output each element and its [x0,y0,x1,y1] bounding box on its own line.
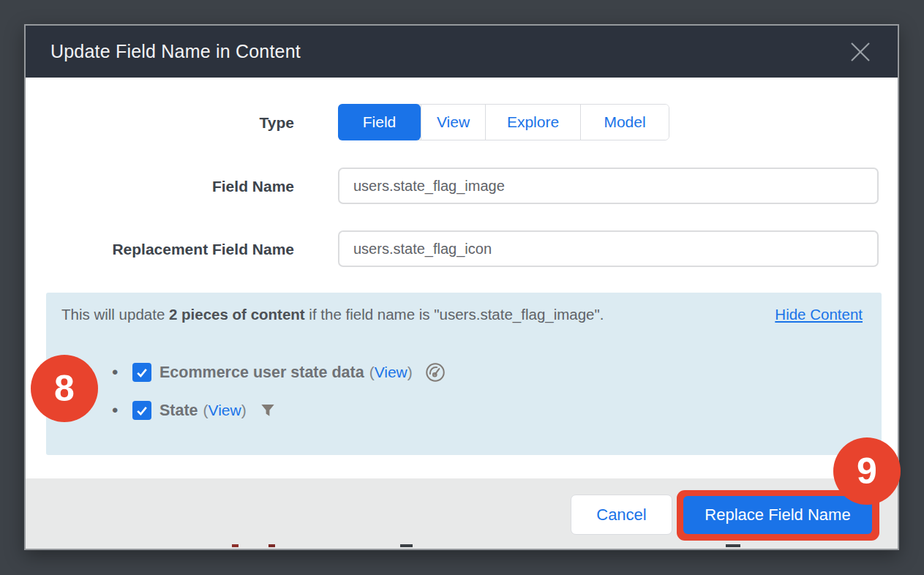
close-button[interactable] [844,35,877,69]
view-link[interactable]: View [209,402,241,419]
filter-icon [258,401,277,420]
check-icon [135,403,149,418]
notice-text-count: 2 pieces of content [169,306,305,323]
content-item-checkbox[interactable] [132,363,151,382]
dialog-footer: Cancel Replace Field Name [26,478,898,549]
check-icon [135,365,149,380]
tab-view[interactable]: View [421,105,485,140]
annotation-badge-8: 8 [31,355,98,422]
paren-close: ) [241,402,247,419]
hide-content-link[interactable]: Hide Content [775,306,863,323]
replacement-field-name-input[interactable] [338,230,879,267]
annotation-badge-9: 9 [833,437,901,505]
background-artifact [268,544,275,547]
list-item-ecommerce-user-state-data: Ecommerce user state data ( View ) [132,361,446,383]
background-artifact [232,544,238,547]
replace-field-name-button[interactable]: Replace Field Name [683,496,872,534]
field-name-input[interactable] [338,168,879,204]
type-label: Type [26,114,294,132]
paren-open: ( [369,364,375,381]
tab-field[interactable]: Field [338,104,421,140]
view-link[interactable]: View [375,364,407,381]
cancel-button[interactable]: Cancel [571,495,672,535]
field-name-label: Field Name [26,178,294,195]
close-icon [846,37,875,67]
tab-model[interactable]: Model [580,105,669,140]
dialog-header: Update Field Name in Content [26,26,898,78]
paren-open: ( [203,402,209,419]
update-field-name-dialog: Update Field Name in Content Type Field … [24,24,899,550]
dashboard-gauge-icon [424,361,446,383]
content-item-title: Ecommerce user state data [159,364,364,382]
dialog-title: Update Field Name in Content [50,41,301,62]
content-item-checkbox[interactable] [132,401,151,420]
content-item-title: State [159,402,198,420]
type-toggle-group: Field View Explore Model [338,104,669,140]
paren-close: ) [407,364,413,381]
notice-text: This will update 2 pieces of content if … [61,306,604,323]
replacement-field-name-label: Replacement Field Name [26,241,294,258]
content-update-notice: This will update 2 pieces of content if … [46,293,882,455]
background-artifact [726,544,740,547]
notice-text-prefix: This will update [61,306,169,323]
modal-backdrop: Update Field Name in Content Type Field … [0,0,924,575]
affected-content-list: Ecommerce user state data ( View ) [46,361,446,437]
notice-text-suffix: if the field name is "users.state_flag_i… [305,306,604,323]
list-item-state: State ( View ) [132,399,446,421]
background-artifact [400,544,413,547]
tab-explore[interactable]: Explore [485,105,580,140]
